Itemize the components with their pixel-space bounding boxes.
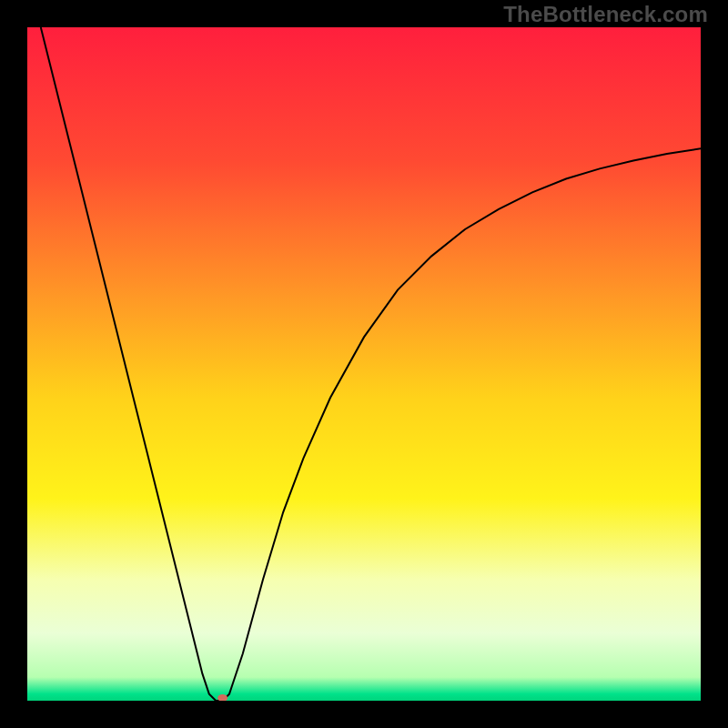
watermark-text: TheBottleneck.com	[503, 2, 708, 27]
gradient-background	[27, 27, 701, 701]
chart-frame: TheBottleneck.com	[0, 0, 728, 728]
bottleneck-chart	[27, 27, 701, 701]
plot-area	[27, 27, 701, 701]
